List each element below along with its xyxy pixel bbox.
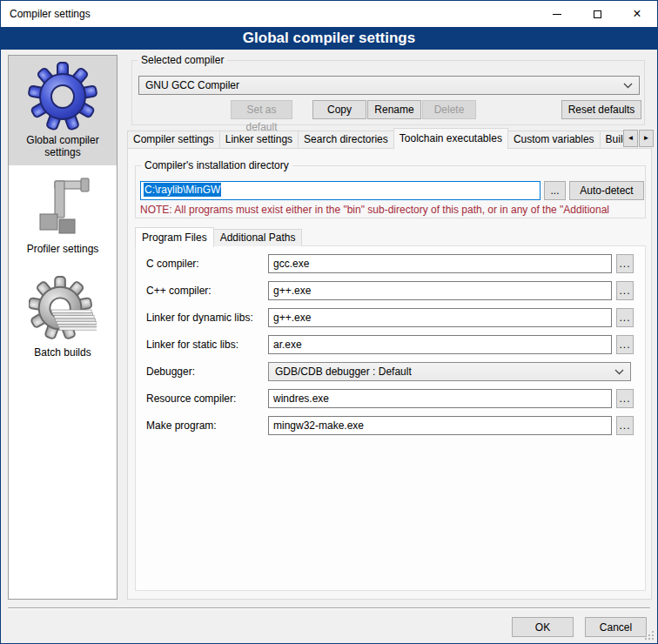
resize-grip[interactable] (652, 638, 654, 640)
subtab-program-files[interactable]: Program Files (135, 227, 214, 247)
minimize-icon (553, 14, 561, 15)
compiler-settings-dialog: Compiler settings × Global compiler sett… (0, 0, 658, 644)
tab-compiler-settings[interactable]: Compiler settings (127, 131, 220, 148)
browse-button[interactable]: ... (616, 254, 634, 273)
tab-linker-settings[interactable]: Linker settings (219, 131, 299, 148)
field-label-dynamic-linker: Linker for dynamic libs: (146, 308, 253, 327)
tab-scroll-right-icon[interactable]: ► (639, 130, 654, 147)
minimize-button[interactable] (537, 1, 577, 27)
c-compiler-input[interactable] (268, 254, 612, 273)
sidebar-item-batch-builds[interactable]: Batch builds (9, 262, 117, 366)
dynamic-linker-input[interactable] (268, 308, 612, 327)
window-title: Compiler settings (10, 8, 91, 20)
ok-button[interactable]: OK (512, 617, 574, 637)
close-icon: × (633, 7, 641, 21)
browse-directory-button[interactable]: ... (544, 181, 566, 200)
reset-defaults-button[interactable]: Reset defaults (561, 100, 641, 119)
tab-search-directories[interactable]: Search directories (298, 131, 394, 148)
browse-button[interactable]: ... (616, 335, 634, 354)
toolchain-executables-page: Compiler's installation directory C:\ray… (127, 148, 652, 600)
subtab-additional-paths[interactable]: Additional Paths (213, 229, 303, 246)
delete-button: Delete (422, 100, 476, 119)
static-linker-input[interactable] (268, 335, 612, 354)
window-controls: × (537, 1, 657, 27)
field-label-debugger: Debugger: (146, 362, 195, 381)
group-label: Selected compiler (138, 54, 227, 66)
installation-directory-input[interactable]: C:\raylib\MinGW (140, 181, 540, 200)
gear-stack-icon (29, 276, 97, 346)
settings-category-list: Global compiler settings Profiler settin… (8, 55, 118, 600)
cpp-compiler-input[interactable] (268, 281, 612, 300)
sidebar-item-label: Batch builds (17, 346, 109, 366)
field-label-cpp-compiler: C++ compiler: (146, 281, 212, 300)
sidebar-item-global-compiler-settings[interactable]: Global compiler settings (9, 56, 117, 165)
toolchain-subtabs: Program Files Additional Paths (135, 226, 301, 246)
selected-compiler-value: GNU GCC Compiler (145, 79, 623, 91)
resource-compiler-input[interactable] (268, 389, 612, 408)
group-label: Compiler's installation directory (141, 159, 292, 171)
installation-directory-group: Compiler's installation directory C:\ray… (135, 165, 646, 218)
titlebar: Compiler settings × (1, 1, 657, 27)
field-label-resource-compiler: Resource compiler: (146, 389, 236, 408)
field-label-static-linker: Linker for static libs: (146, 335, 238, 354)
tab-toolchain-executables[interactable]: Toolchain executables (393, 128, 508, 149)
field-label-make-program: Make program: (146, 416, 217, 435)
tab-custom-variables[interactable]: Custom variables (507, 131, 601, 148)
tab-scroll-left-icon[interactable]: ◄ (623, 130, 638, 147)
browse-button[interactable]: ... (616, 308, 634, 327)
sidebar-item-label: Profiler settings (17, 243, 109, 262)
browse-button[interactable]: ... (616, 281, 634, 300)
maximize-icon (594, 10, 601, 18)
chevron-down-icon (614, 369, 624, 375)
chevron-down-icon (623, 83, 633, 89)
note-text: NOTE: All programs must exist either in … (140, 204, 643, 216)
selected-compiler-dropdown[interactable]: GNU GCC Compiler (138, 76, 640, 95)
footer-divider (8, 607, 650, 608)
selected-compiler-group: Selected compiler GNU GCC Compiler Set a… (131, 60, 645, 125)
rename-button[interactable]: Rename (367, 100, 421, 119)
make-program-input[interactable] (268, 416, 612, 435)
browse-button[interactable]: ... (616, 389, 634, 408)
browse-button[interactable]: ... (616, 416, 634, 435)
caliper-icon (30, 176, 95, 243)
selected-path-text: C:\raylib\MinGW (144, 183, 221, 197)
auto-detect-button[interactable]: Auto-detect (569, 181, 644, 200)
tab-scrollers: ◄ ► (622, 130, 654, 147)
page-title: Global compiler settings (1, 27, 657, 50)
set-as-default-button: Set as default (231, 100, 292, 119)
sidebar-item-label: Global compiler settings (17, 134, 109, 165)
blue-gear-icon (28, 62, 97, 134)
main-tabstrip: Compiler settings Linker settings Search… (127, 128, 637, 148)
program-files-panel: C compiler: ... C++ compiler: ... Linker… (135, 245, 646, 591)
cancel-button[interactable]: Cancel (585, 617, 647, 637)
copy-button[interactable]: Copy (312, 100, 366, 119)
maximize-button[interactable] (577, 1, 617, 27)
field-label-c-compiler: C compiler: (146, 254, 199, 273)
close-button[interactable]: × (617, 1, 657, 27)
debugger-select[interactable]: GDB/CDB debugger : Default (268, 362, 631, 381)
debugger-value: GDB/CDB debugger : Default (275, 366, 614, 378)
sidebar-item-profiler-settings[interactable]: Profiler settings (9, 165, 117, 262)
